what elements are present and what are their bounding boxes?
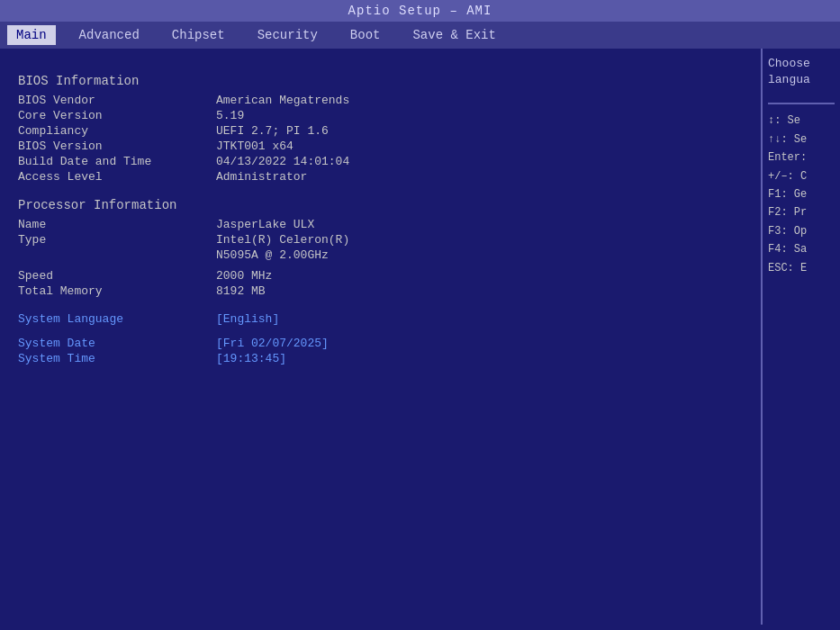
help-esc: ESC: E — [768, 259, 835, 277]
table-row: Speed 2000 MHz — [18, 269, 743, 283]
help-select: ↑↓: Se — [768, 130, 835, 148]
label-system-date: System Date — [18, 337, 216, 350]
help-enter: Enter: — [768, 148, 835, 166]
label-proc-type-cont — [18, 248, 216, 262]
menu-bar: Main Advanced Chipset Security Boot Save… — [0, 22, 840, 49]
help-navigate: ↕: Se — [768, 112, 835, 130]
content-area: BIOS Information BIOS Vendor American Me… — [0, 49, 761, 625]
label-system-language: System Language — [18, 312, 216, 326]
sidebar-help: ↕: Se ↑↓: Se Enter: +/–: C F1: Ge F2: Pr… — [768, 112, 835, 277]
value-build-date: 04/13/2022 14:01:04 — [216, 155, 349, 168]
help-f1: F1: Ge — [768, 185, 835, 203]
help-f3: F3: Op — [768, 222, 835, 240]
label-proc-name: Name — [18, 218, 216, 231]
label-proc-type: Type — [18, 233, 216, 247]
sidebar-choose-text: Choose langua — [768, 56, 835, 88]
bios-section-header: BIOS Information — [18, 74, 743, 88]
sidebar-divider — [768, 103, 835, 104]
help-f2: F2: Pr — [768, 203, 835, 221]
label-bios-vendor: BIOS Vendor — [18, 94, 216, 107]
table-row: Access Level Administrator — [18, 170, 743, 184]
value-bios-vendor: American Megatrends — [216, 94, 349, 107]
menu-item-save-exit[interactable]: Save & Exit — [403, 25, 504, 45]
table-row: Name JasperLake ULX — [18, 218, 743, 231]
label-total-memory: Total Memory — [18, 284, 216, 298]
menu-item-boot[interactable]: Boot — [341, 25, 390, 45]
value-proc-type: Intel(R) Celeron(R) — [216, 233, 349, 247]
table-row: BIOS Vendor American Megatrends — [18, 94, 743, 107]
sidebar-choose-line2: langua — [768, 72, 835, 88]
menu-item-advanced[interactable]: Advanced — [70, 25, 149, 45]
label-bios-version: BIOS Version — [18, 140, 216, 153]
system-date-row[interactable]: System Date [Fri 02/07/2025] — [18, 337, 743, 350]
value-system-date: [Fri 02/07/2025] — [216, 337, 329, 350]
system-time-row[interactable]: System Time [19:13:45] — [18, 352, 743, 365]
title-bar: Aptio Setup – AMI — [0, 0, 840, 22]
table-row: BIOS Version JTKT001 x64 — [18, 140, 743, 153]
value-system-time: [19:13:45] — [216, 352, 286, 365]
table-row: Compliancy UEFI 2.7; PI 1.6 — [18, 124, 743, 138]
table-row: Core Version 5.19 — [18, 109, 743, 122]
processor-section-header: Processor Information — [18, 198, 743, 212]
table-row: Type Intel(R) Celeron(R) — [18, 233, 743, 247]
menu-item-main[interactable]: Main — [7, 25, 56, 45]
right-sidebar: Choose langua ↕: Se ↑↓: Se Enter: +/–: C… — [761, 49, 840, 625]
menu-item-chipset[interactable]: Chipset — [163, 25, 234, 45]
value-access-level: Administrator — [216, 170, 307, 184]
value-speed: 2000 MHz — [216, 269, 272, 283]
help-plus-minus: +/–: C — [768, 167, 835, 185]
value-proc-name: JasperLake ULX — [216, 218, 314, 231]
value-system-language: [English] — [216, 312, 279, 326]
main-layout: BIOS Information BIOS Vendor American Me… — [0, 49, 840, 625]
title-text: Aptio Setup – AMI — [348, 4, 492, 18]
menu-item-security[interactable]: Security — [248, 25, 327, 45]
value-core-version: 5.19 — [216, 109, 244, 122]
value-bios-version: JTKT001 x64 — [216, 140, 294, 153]
table-row: Build Date and Time 04/13/2022 14:01:04 — [18, 155, 743, 168]
value-proc-type-cont: N5095A @ 2.00GHz — [216, 248, 329, 262]
value-total-memory: 8192 MB — [216, 284, 266, 298]
sidebar-choose-line1: Choose — [768, 56, 835, 72]
table-row: N5095A @ 2.00GHz — [18, 248, 743, 262]
label-speed: Speed — [18, 269, 216, 283]
value-compliancy: UEFI 2.7; PI 1.6 — [216, 124, 329, 138]
label-access-level: Access Level — [18, 170, 216, 184]
label-build-date: Build Date and Time — [18, 155, 216, 168]
label-system-time: System Time — [18, 352, 216, 365]
system-language-row[interactable]: System Language [English] — [18, 312, 743, 326]
label-compliancy: Compliancy — [18, 124, 216, 138]
help-f4: F4: Sa — [768, 240, 835, 258]
table-row: Total Memory 8192 MB — [18, 284, 743, 298]
label-core-version: Core Version — [18, 109, 216, 122]
